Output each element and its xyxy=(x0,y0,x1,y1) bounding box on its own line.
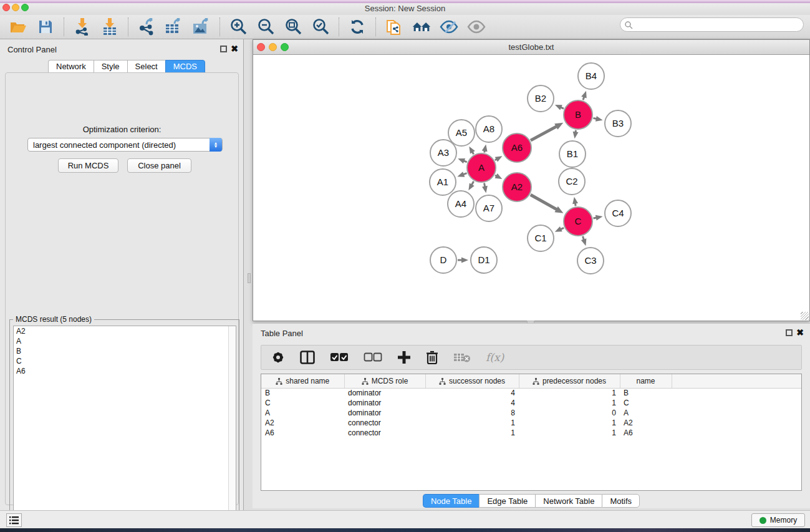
tab-network[interactable]: Network xyxy=(48,60,94,73)
delete-table-icon[interactable] xyxy=(453,352,471,363)
settings-gear-icon[interactable] xyxy=(271,351,285,364)
table-cell[interactable]: connector xyxy=(344,418,425,428)
function-builder-icon[interactable]: f(x) xyxy=(486,351,504,364)
graph-node-C2[interactable]: C2 xyxy=(559,168,585,195)
task-history-button[interactable] xyxy=(6,513,22,527)
table-cell[interactable]: 8 xyxy=(425,408,519,418)
open-file-icon[interactable] xyxy=(9,17,27,36)
graph-node-B[interactable]: B xyxy=(564,100,592,129)
memory-button[interactable]: Memory xyxy=(751,513,805,527)
import-network-icon[interactable] xyxy=(73,17,92,36)
table-cell[interactable]: A xyxy=(620,408,672,418)
tab-motifs[interactable]: Motifs xyxy=(602,494,640,508)
criterion-dropdown[interactable]: largest connected component (directed) ▲… xyxy=(27,138,223,152)
tab-edge-table[interactable]: Edge Table xyxy=(479,494,535,508)
graph-node-B2[interactable]: B2 xyxy=(528,85,554,112)
save-icon[interactable] xyxy=(36,17,55,36)
table-cell[interactable]: 1 xyxy=(425,418,519,428)
table-cell[interactable]: B xyxy=(620,388,672,398)
table-row[interactable]: Bdominator41B xyxy=(261,388,801,398)
table-cell[interactable]: 1 xyxy=(425,428,519,438)
delete-column-trash-icon[interactable] xyxy=(426,350,438,365)
refresh-icon[interactable] xyxy=(348,17,367,36)
table-row[interactable]: Adominator80A xyxy=(261,408,801,418)
table-cell[interactable]: A2 xyxy=(261,418,344,428)
table-cell[interactable]: 0 xyxy=(519,408,620,418)
zoom-selected-icon[interactable] xyxy=(311,17,330,36)
column-header-successor-nodes[interactable]: successor nodes xyxy=(425,374,519,388)
graph-node-A[interactable]: A xyxy=(467,153,496,182)
result-item[interactable]: A xyxy=(14,336,236,346)
table-cell[interactable]: B xyxy=(261,388,344,398)
export-network-icon[interactable] xyxy=(137,17,156,36)
table-cell[interactable]: A2 xyxy=(620,418,672,428)
table-cell[interactable]: dominator xyxy=(344,398,425,408)
tab-style[interactable]: Style xyxy=(94,60,127,73)
column-header-shared-name[interactable]: shared name xyxy=(261,374,344,388)
import-table-icon[interactable] xyxy=(100,17,119,36)
table-panel-close-icon[interactable]: ✖ xyxy=(796,329,804,336)
column-header-name[interactable]: name xyxy=(620,374,672,388)
column-header-MCDS-role[interactable]: MCDS role xyxy=(344,374,425,388)
graph-node-D1[interactable]: D1 xyxy=(471,247,497,273)
float-panel-icon[interactable] xyxy=(220,46,227,52)
graph-node-D[interactable]: D xyxy=(430,247,456,273)
table-cell[interactable]: A6 xyxy=(620,428,672,438)
result-item[interactable]: C xyxy=(14,356,236,366)
table-panel-float-icon[interactable] xyxy=(786,329,793,336)
select-all-columns-icon[interactable] xyxy=(330,352,349,362)
graph-node-A2[interactable]: A2 xyxy=(503,173,531,201)
tab-network-table[interactable]: Network Table xyxy=(535,494,602,508)
open-session-icon[interactable] xyxy=(385,17,403,36)
tab-node-table[interactable]: Node Table xyxy=(423,494,480,508)
graph-node-C4[interactable]: C4 xyxy=(605,200,631,226)
graph-node-A8[interactable]: A8 xyxy=(476,116,502,142)
tab-mcds[interactable]: MCDS xyxy=(165,60,205,73)
vertical-divider-handle[interactable] xyxy=(248,273,251,283)
graph-node-B4[interactable]: B4 xyxy=(578,63,604,89)
table-row[interactable]: A6connector11A6 xyxy=(261,428,801,438)
close-panel-icon[interactable]: ✖ xyxy=(231,46,238,52)
result-item[interactable]: B xyxy=(14,346,236,356)
table-cell[interactable]: C xyxy=(620,398,672,408)
hide-selected-eye-icon[interactable] xyxy=(440,17,458,36)
deselect-all-columns-icon[interactable] xyxy=(364,352,382,362)
zoom-in-icon[interactable] xyxy=(229,17,248,36)
result-list-scrollbar[interactable] xyxy=(228,326,236,530)
table-cell[interactable]: A6 xyxy=(261,428,344,438)
mcds-result-list[interactable]: A2ABCA6 xyxy=(13,326,236,530)
network-window-titlebar[interactable]: testGlobe.txt xyxy=(253,40,809,55)
table-row[interactable]: A2connector11A2 xyxy=(261,418,801,428)
graph-node-C3[interactable]: C3 xyxy=(577,248,604,274)
graph-node-A3[interactable]: A3 xyxy=(430,140,456,166)
table-row[interactable]: Cdominator41C xyxy=(261,398,801,408)
result-item[interactable]: A6 xyxy=(14,366,236,376)
table-cell[interactable]: 4 xyxy=(425,388,519,398)
graph-node-A7[interactable]: A7 xyxy=(476,195,502,221)
tab-select[interactable]: Select xyxy=(127,60,165,73)
search-field[interactable] xyxy=(620,17,804,32)
result-item[interactable]: A2 xyxy=(14,326,236,336)
table-cell[interactable]: connector xyxy=(344,428,425,438)
table-cell[interactable]: 1 xyxy=(519,418,620,428)
export-table-icon[interactable] xyxy=(165,17,183,36)
graph-node-C1[interactable]: C1 xyxy=(528,225,554,251)
window-resize-grip-icon[interactable] xyxy=(801,312,809,320)
table-cell[interactable]: 4 xyxy=(425,398,519,408)
graph-node-C[interactable]: C xyxy=(564,207,592,236)
zoom-out-icon[interactable] xyxy=(256,17,275,36)
export-image-icon[interactable] xyxy=(192,17,211,36)
search-input[interactable] xyxy=(633,21,803,29)
zoom-fit-icon[interactable] xyxy=(284,17,302,36)
graph-node-B1[interactable]: B1 xyxy=(559,141,586,167)
run-mcds-button[interactable]: Run MCDS xyxy=(58,158,118,173)
table-cell[interactable]: dominator xyxy=(344,388,425,398)
graph-node-A5[interactable]: A5 xyxy=(448,120,475,146)
table-cell[interactable]: 1 xyxy=(519,398,620,408)
close-panel-button[interactable]: Close panel xyxy=(127,158,191,173)
table-cell[interactable]: dominator xyxy=(344,408,425,418)
home-icon[interactable] xyxy=(412,17,431,36)
table-cell[interactable]: 1 xyxy=(519,428,620,438)
add-column-icon[interactable] xyxy=(397,351,411,364)
show-all-eye-icon[interactable] xyxy=(467,17,486,36)
